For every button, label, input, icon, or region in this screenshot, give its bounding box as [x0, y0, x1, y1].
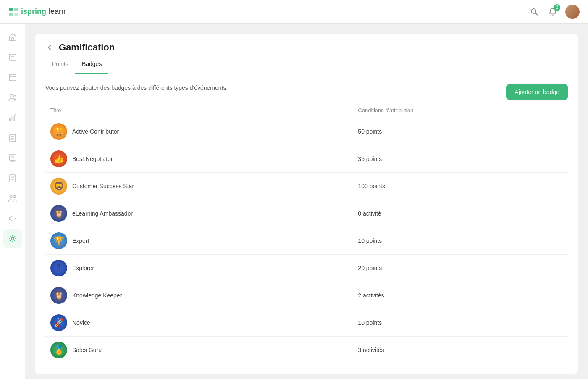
badge-conditions: 50 points: [353, 118, 568, 145]
svg-rect-6: [11, 38, 14, 41]
tab-badges[interactable]: Badges: [75, 55, 108, 74]
page-title: Gamification: [59, 42, 115, 53]
sidebar-item-settings[interactable]: [3, 229, 22, 248]
svg-line-5: [536, 13, 538, 15]
reports-icon: [8, 113, 17, 122]
svg-rect-23: [9, 155, 16, 160]
badge-icon-knowledge-keeper: 🦉: [50, 287, 67, 304]
table-row[interactable]: 🏆 Expert 10 points: [45, 227, 568, 255]
svg-point-24: [12, 156, 13, 158]
table-row[interactable]: 🦉 eLearning Ambassador 0 activité: [45, 200, 568, 227]
sidebar-item-survey[interactable]: [3, 149, 22, 167]
table-row[interactable]: 🎖 Explorer 20 points: [45, 255, 568, 282]
badges-table: Titre ↑ Conditions d'attribution 🏆 Activ…: [45, 103, 568, 363]
logo: ispringlearn: [8, 7, 66, 17]
badge-conditions: 100 points: [353, 173, 568, 200]
page-header: Gamification: [35, 34, 578, 53]
logo-icon: [8, 7, 18, 17]
col-conditions: Conditions d'attribution: [353, 103, 568, 118]
badges-table-body: 🏆 Active Contributor 50 points 👍 Best Ne…: [45, 118, 568, 364]
badge-name: Best Negotiator: [72, 155, 113, 162]
badge-icon-explorer: 🎖: [50, 260, 67, 276]
sort-arrow-icon: ↑: [64, 107, 67, 113]
content-area: Vous pouvez ajouter des badges à des dif…: [35, 74, 578, 374]
svg-point-28: [13, 195, 16, 198]
svg-rect-17: [12, 116, 13, 121]
table-header: Titre ↑ Conditions d'attribution: [45, 103, 568, 118]
svg-point-29: [11, 237, 14, 240]
badge-name-cell: 🚀 Novice: [45, 309, 353, 337]
badge-conditions: 3 activités: [353, 337, 568, 364]
badge-conditions: 2 activités: [353, 282, 568, 309]
sidebar-item-users[interactable]: [3, 88, 22, 107]
badge-icon-customer-success-star: 🦁: [50, 178, 67, 195]
badge-name: Novice: [72, 319, 90, 326]
topbar: ispringlearn 2: [0, 0, 588, 24]
svg-point-4: [531, 9, 536, 13]
table-row[interactable]: 🦁 Customer Success Star 100 points: [45, 173, 568, 200]
page-container: Gamification Points Badges Vous pouvez a…: [35, 34, 578, 374]
badge-name-cell: 🏆 Expert: [45, 227, 353, 255]
sidebar-item-assignments[interactable]: [3, 129, 22, 147]
svg-point-27: [10, 195, 12, 198]
search-icon-btn[interactable]: [528, 6, 540, 18]
settings-icon: [8, 234, 17, 243]
badge-icon-best-negotiator: 👍: [50, 150, 67, 167]
table-row[interactable]: 🦉 Knowledge Keeper 2 activités: [45, 282, 568, 309]
sidebar-item-announcements[interactable]: [3, 209, 22, 228]
col-title[interactable]: Titre ↑: [45, 103, 353, 118]
svg-rect-16: [9, 118, 10, 121]
badge-icon-active-contributor: 🏆: [50, 123, 67, 140]
notification-badge: 2: [554, 4, 560, 11]
badge-icon-novice: 🚀: [50, 314, 67, 331]
sidebar-item-courses[interactable]: [3, 48, 22, 66]
table-row[interactable]: 🏆 Active Contributor 50 points: [45, 118, 568, 145]
svg-rect-18: [15, 115, 16, 121]
badge-name-cell: 🦉 Knowledge Keeper: [45, 282, 353, 309]
badge-name-cell: 🏅 Sales Guru: [45, 337, 353, 364]
back-button[interactable]: [45, 43, 54, 52]
sidebar-item-reports[interactable]: [3, 108, 22, 127]
back-icon: [45, 43, 54, 52]
table-header-row: Titre ↑ Conditions d'attribution: [45, 103, 568, 118]
calendar-icon: [8, 73, 17, 82]
badge-name: Expert: [72, 237, 89, 244]
table-row[interactable]: 🏅 Sales Guru 3 activités: [45, 337, 568, 364]
svg-rect-7: [9, 54, 16, 60]
badge-name: eLearning Ambassador: [72, 210, 133, 217]
tasks-icon: [8, 174, 17, 183]
svg-rect-3: [14, 13, 18, 16]
badge-conditions: 10 points: [353, 309, 568, 337]
sidebar-item-tasks[interactable]: [3, 169, 22, 187]
survey-icon: [8, 153, 17, 163]
home-icon: [8, 32, 17, 42]
svg-point-14: [10, 95, 13, 97]
logo-text: ispring: [21, 7, 46, 16]
badge-name-cell: 🦉 eLearning Ambassador: [45, 200, 353, 227]
table-row[interactable]: 🚀 Novice 10 points: [45, 309, 568, 337]
assignments-icon: [8, 133, 17, 142]
main-content: Gamification Points Badges Vous pouvez a…: [25, 24, 588, 379]
svg-point-15: [13, 95, 16, 97]
badge-conditions: 20 points: [353, 255, 568, 282]
sidebar-item-calendar[interactable]: [3, 68, 22, 87]
groups-icon: [8, 194, 17, 203]
badge-icon-sales-guru: 🏅: [50, 342, 67, 358]
avatar-image: [565, 5, 580, 19]
badge-name: Active Contributor: [72, 128, 119, 135]
svg-rect-25: [10, 175, 16, 182]
svg-rect-10: [9, 74, 16, 81]
add-badge-button[interactable]: Ajouter un badge: [506, 84, 568, 100]
badge-name-cell: 🏆 Active Contributor: [45, 118, 353, 145]
sidebar-item-groups[interactable]: [3, 189, 22, 208]
content-description: Vous pouvez ajouter des badges à des dif…: [45, 84, 228, 91]
sidebar-item-home[interactable]: [3, 28, 22, 46]
badge-conditions: 0 activité: [353, 200, 568, 227]
badge-name-cell: 🦁 Customer Success Star: [45, 173, 353, 200]
table-row[interactable]: 👍 Best Negotiator 35 points: [45, 145, 568, 173]
notification-bell-btn[interactable]: 2: [547, 6, 559, 18]
tabs: Points Badges: [35, 55, 578, 74]
avatar[interactable]: [565, 5, 580, 19]
tab-points[interactable]: Points: [45, 55, 75, 74]
search-icon: [530, 8, 538, 16]
